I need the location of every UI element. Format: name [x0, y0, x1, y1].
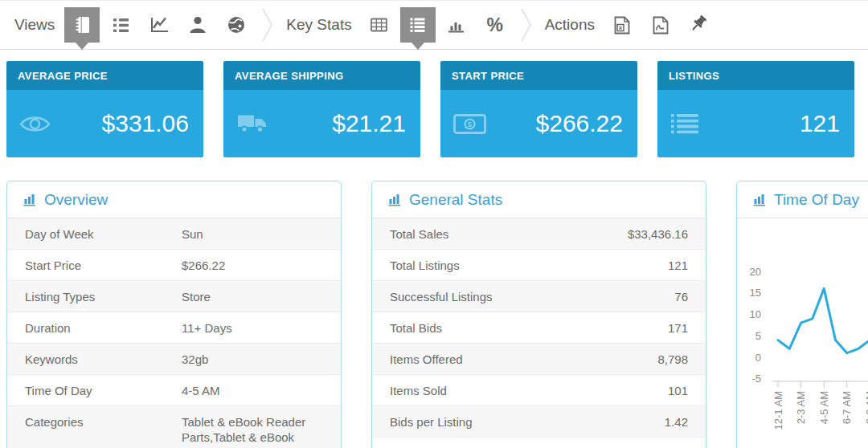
row-label: Successful Listings	[372, 289, 547, 304]
table-row: Day of WeekSun	[7, 218, 341, 250]
general-stats-table: Total Sales$33,436.16Total Listings121Su…	[372, 218, 706, 438]
table-row: Listing TypesStore	[7, 281, 341, 312]
svg-text:$: $	[468, 120, 473, 128]
table-row: Total Bids171	[372, 312, 706, 344]
panel-header: General Stats	[372, 181, 706, 218]
row-value: 101	[547, 383, 706, 398]
row-label: Bids per Listing	[372, 414, 547, 430]
notebook-icon	[71, 14, 93, 36]
row-value: 11+ Days	[182, 320, 341, 336]
key-stats-group-label: Key Stats	[286, 16, 351, 34]
table-stats-button[interactable]	[362, 7, 397, 43]
row-label: Total Listings	[372, 258, 547, 273]
svg-text:8-9 AM: 8-9 AM	[864, 391, 868, 424]
svg-text:10: 10	[750, 308, 761, 320]
svg-text:20: 20	[750, 266, 761, 278]
panels-row: Overview Day of WeekSunStart Price$266.2…	[6, 181, 868, 448]
row-label: Total Sales	[372, 226, 547, 242]
time-of-day-panel: Time Of Day 20151050-512-1 AM2-3 AM4-5 A…	[736, 181, 868, 448]
row-value: 171	[547, 320, 706, 336]
row-value: $33,436.16	[547, 226, 706, 242]
row-label: Duration	[7, 320, 182, 336]
card-title: LISTINGS	[657, 61, 854, 90]
notebook-view-button[interactable]	[64, 7, 100, 43]
panel-chart-icon	[23, 193, 36, 206]
detailed-list-icon	[407, 14, 428, 36]
row-label: Items Sold	[372, 383, 547, 398]
svg-text:2-3 AM: 2-3 AM	[795, 391, 807, 424]
row-label: Listing Types	[7, 289, 182, 304]
line-chart-view-button[interactable]	[141, 7, 177, 43]
table-row: Items Offered8,798	[372, 344, 706, 375]
toolbar-separator	[521, 8, 532, 42]
banknote-icon: $	[453, 114, 486, 134]
pin-icon	[688, 14, 710, 36]
list-view-button[interactable]	[103, 7, 138, 43]
bar-chart-icon	[445, 14, 467, 36]
row-label: Categories	[7, 414, 182, 430]
row-value: $266.22	[182, 258, 341, 273]
row-value: Tablet & eBook Reader Parts,Tablet & eBo…	[182, 414, 341, 448]
card-title: START PRICE	[440, 61, 637, 90]
panel-chart-icon	[388, 193, 401, 206]
globe-icon	[226, 14, 247, 35]
eye-icon	[19, 113, 51, 135]
export-excel-button[interactable]: x	[604, 7, 640, 43]
card-average-shipping: AVERAGE SHIPPING $21.21	[223, 61, 420, 157]
table-row: Total Sales$33,436.16	[372, 218, 706, 250]
general-stats-panel: General Stats Total Sales$33,436.16Total…	[371, 181, 706, 448]
bar-chart-stats-button[interactable]	[439, 7, 474, 43]
panel-chart-icon	[753, 193, 766, 206]
row-value: 8,798	[547, 352, 706, 367]
card-value: 121	[800, 110, 840, 137]
time-of-day-chart: 20151050-512-1 AM2-3 AM4-5 AM6-7 AM8-9 A…	[737, 218, 868, 448]
row-value: Sun	[182, 226, 341, 242]
percent-stats-button[interactable]: %	[477, 7, 513, 43]
pin-button[interactable]	[682, 7, 717, 43]
card-value: $266.22	[536, 110, 623, 137]
truck-icon	[236, 112, 269, 135]
card-value: $21.21	[332, 110, 406, 137]
card-start-price: START PRICE $ $266.22	[440, 61, 637, 157]
row-value: 76	[547, 289, 706, 304]
svg-text:5: 5	[755, 330, 761, 342]
svg-text:0: 0	[755, 352, 761, 364]
svg-text:15: 15	[750, 287, 761, 299]
table-row: Start Price$266.22	[7, 250, 341, 281]
svg-text:6-7 AM: 6-7 AM	[841, 391, 853, 424]
person-icon	[187, 14, 208, 35]
row-value: 1.42	[547, 414, 706, 430]
person-view-button[interactable]	[180, 7, 215, 43]
svg-text:4-5 AM: 4-5 AM	[818, 391, 830, 424]
chevron-right-icon	[262, 8, 273, 42]
export-pdf-button[interactable]	[643, 7, 678, 43]
row-value: Store	[182, 289, 341, 304]
card-title: AVERAGE PRICE	[6, 61, 203, 90]
toolbar: Views	[0, 0, 868, 50]
overview-panel: Overview Day of WeekSunStart Price$266.2…	[6, 181, 342, 448]
table-row: Items Sold101	[372, 375, 706, 406]
pdf-file-icon	[649, 14, 671, 36]
panel-header: Time Of Day	[737, 181, 868, 218]
panel-header: Overview	[7, 181, 341, 218]
svg-text:-5: -5	[751, 373, 761, 385]
dashboard: { "toolbar": { "views_label": "Views", "…	[0, 0, 868, 448]
card-title: AVERAGE SHIPPING	[223, 61, 420, 90]
views-group-label: Views	[14, 16, 55, 34]
row-label: Day of Week	[7, 226, 182, 242]
table-row: Total Listings121	[372, 250, 706, 281]
row-label: Start Price	[7, 258, 182, 273]
globe-view-button[interactable]	[219, 7, 254, 43]
stat-cards-row: AVERAGE PRICE $331.06 AVERAGE SHIPPING $…	[6, 61, 854, 157]
card-listings: LISTINGS 121	[657, 61, 854, 157]
list-rows-icon	[670, 113, 699, 134]
panel-title: Time Of Day	[774, 191, 859, 209]
table-row: Bids per Listing1.42	[372, 406, 706, 438]
list-icon	[110, 14, 132, 36]
detailed-stats-button[interactable]	[400, 7, 436, 43]
overview-table: Day of WeekSunStart Price$266.22Listing …	[7, 218, 341, 448]
table-grid-icon	[368, 14, 390, 36]
table-row: Time Of Day4-5 AM	[7, 375, 341, 406]
card-average-price: AVERAGE PRICE $331.06	[6, 61, 203, 157]
row-value: 121	[547, 258, 706, 273]
